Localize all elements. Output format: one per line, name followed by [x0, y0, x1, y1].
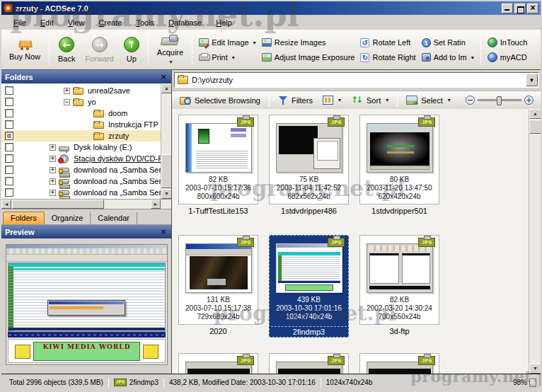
collapse-icon[interactable] [64, 99, 70, 105]
zoom-in-icon[interactable] [524, 96, 534, 105]
thumbnail-2020[interactable]: JPG 131 KB 2003-07-10 15:17:38 729x689x2… [178, 235, 258, 336]
thumbnail-1stdvdripper486[interactable]: JPG 75 KB 2003-11-04 11:42:52 682x562x24… [269, 115, 349, 216]
banner-logo [143, 345, 158, 359]
sort-button[interactable]: Sort [347, 94, 392, 106]
scroll-down-icon[interactable] [161, 189, 171, 199]
thumbnail-partial[interactable]: JPG [359, 353, 439, 374]
thumbnail-3d-ftp[interactable]: JPG 82 KB 2002-03-20 14:30:24 700x550x24… [359, 235, 439, 336]
checkbox[interactable] [5, 143, 13, 151]
expand-icon[interactable] [50, 190, 56, 196]
checkbox[interactable] [5, 109, 13, 117]
tree-vertical-scrollbar[interactable] [161, 83, 171, 199]
scroll-up-icon[interactable] [529, 109, 541, 119]
resize-images-button[interactable]: Resize Images [262, 36, 355, 50]
thumbnail-partial[interactable]: JPG [269, 353, 349, 374]
jpg-badge: JPG [328, 356, 345, 365]
up-button[interactable]: ↑ Up [119, 35, 144, 64]
scroll-down-icon[interactable] [529, 364, 541, 374]
checkbox[interactable] [5, 86, 13, 95]
checkbox-indeterminate[interactable] [5, 132, 13, 140]
tab-folders[interactable]: Folders [3, 212, 45, 224]
tree-item-dysk-lokalny[interactable]: Dysk lokalny (E:) [1, 142, 161, 153]
thumbnail-1stdvdripper501[interactable]: JPG 80 KB 2003-11-20 13:47:50 620x420x24… [359, 115, 439, 216]
forward-button[interactable]: → Forward [81, 35, 119, 64]
menu-create[interactable]: Create [92, 17, 128, 28]
select-button[interactable]: Select [403, 94, 454, 106]
menu-edit[interactable]: Edit [34, 17, 60, 28]
resize-images-icon [262, 38, 272, 47]
thumbnail-1-tufftestlite153[interactable]: JPG 82 KB 2003-07-10 15:17:36 800x600x24… [178, 115, 258, 216]
close-icon[interactable] [159, 228, 168, 236]
status-file-details: 438,2 KB, Modified Date: 2003-10-30 17:0… [164, 379, 321, 386]
back-button[interactable]: ← Back [53, 35, 80, 64]
checkbox[interactable] [5, 98, 13, 106]
preview-image[interactable]: KIWI MEDIA WORLD Sign up Now! [6, 244, 168, 365]
status-total: Total 2996 objects (339,5 MB) [4, 379, 108, 386]
tree-item-samba-1[interactable]: download na „Samba Ser [1, 164, 161, 175]
set-rating-button[interactable]: Set Ratin [422, 36, 474, 50]
grid-vertical-scrollbar[interactable] [529, 109, 541, 374]
maximize-button[interactable] [514, 4, 526, 13]
title-bar[interactable]: zrzuty - ACDSee 7.0 [1, 1, 541, 15]
checkbox[interactable] [5, 120, 13, 129]
tree-item-unreal2save[interactable]: unreal2save [1, 85, 161, 96]
expand-icon[interactable] [50, 167, 56, 173]
path-input[interactable]: D:\yo\zrzuty [174, 72, 539, 88]
rotate-left-button[interactable]: ↺ Rotate Left [360, 36, 415, 50]
tree-horizontal-scrollbar[interactable] [1, 200, 171, 209]
checkbox[interactable] [5, 166, 13, 174]
status-current-file: JPG 2findmp3 [109, 379, 163, 386]
expand-icon[interactable] [50, 144, 56, 151]
filters-button[interactable]: Filters [275, 94, 316, 107]
edit-image-button[interactable]: Edit Image [199, 36, 256, 50]
buy-now-button[interactable]: Buy Now [4, 38, 45, 62]
scroll-thumb[interactable] [161, 154, 171, 188]
jpg-badge: JPG [237, 238, 254, 247]
menu-help[interactable]: Help [209, 17, 238, 28]
tree-item-instrukcja-ftp[interactable]: Instrukcja FTP [1, 119, 161, 130]
scroll-right-icon[interactable] [151, 200, 161, 209]
checkbox[interactable] [5, 154, 13, 163]
acquire-button[interactable]: Acquire [152, 33, 188, 67]
thumbnail-2findmp3-selected[interactable]: JPG 439 KB 2003-10-30 17:01:16 1024x740x… [269, 235, 349, 338]
scroll-thumb[interactable] [12, 200, 104, 209]
tree-item-yo[interactable]: yo [1, 96, 161, 108]
tree-item-zrzuty[interactable]: zrzuty [1, 130, 161, 142]
menu-database[interactable]: Database [162, 17, 208, 28]
folder-open-icon [73, 99, 83, 106]
myacd-button[interactable]: myACD [488, 51, 528, 64]
menu-tools[interactable]: Tools [129, 17, 161, 28]
expand-icon[interactable] [50, 178, 56, 185]
tree-item-doom[interactable]: doom [1, 108, 161, 119]
path-dropdown-button[interactable] [526, 74, 538, 86]
close-icon[interactable] [159, 73, 168, 81]
add-to-button[interactable]: Add to Im [422, 51, 474, 64]
adjust-exposure-button[interactable]: Adjust Image Exposure [262, 51, 355, 64]
tree-item-samba-2[interactable]: download na „Samba Ser [1, 175, 161, 187]
tab-organize[interactable]: Organize [45, 212, 91, 224]
minimize-button[interactable] [502, 4, 513, 13]
menu-view[interactable]: View [62, 17, 91, 28]
tree-item-dvd-drive[interactable]: Stacja dysków DVD/CD-R [1, 153, 161, 164]
zoom-out-icon[interactable] [466, 96, 475, 105]
left-column: Folders unreal2save [1, 70, 172, 374]
close-button[interactable] [527, 4, 538, 13]
checkbox[interactable] [5, 177, 13, 185]
tab-calendar[interactable]: Calendar [91, 212, 137, 224]
intouch-button[interactable]: InTouch [488, 36, 528, 50]
thumbnail-partial[interactable]: JPG [178, 353, 258, 374]
checkbox[interactable] [5, 188, 13, 197]
scroll-up-icon[interactable] [161, 83, 171, 93]
print-button[interactable]: Print [199, 51, 256, 64]
expand-icon[interactable] [64, 88, 70, 94]
slider-track[interactable] [478, 99, 521, 101]
tree-item-samba-3[interactable]: download na „Samba Ser [1, 187, 161, 198]
expand-icon[interactable] [50, 156, 56, 162]
slider-thumb[interactable] [497, 96, 502, 105]
scroll-thumb[interactable] [529, 120, 541, 134]
scroll-left-icon[interactable] [1, 200, 11, 209]
selective-browsing-button[interactable]: Selective Browsing [176, 94, 264, 106]
rotate-right-button[interactable]: ↻ Rotate Right [360, 51, 415, 64]
view-mode-button[interactable] [319, 94, 345, 106]
menu-file[interactable]: File [7, 17, 33, 28]
